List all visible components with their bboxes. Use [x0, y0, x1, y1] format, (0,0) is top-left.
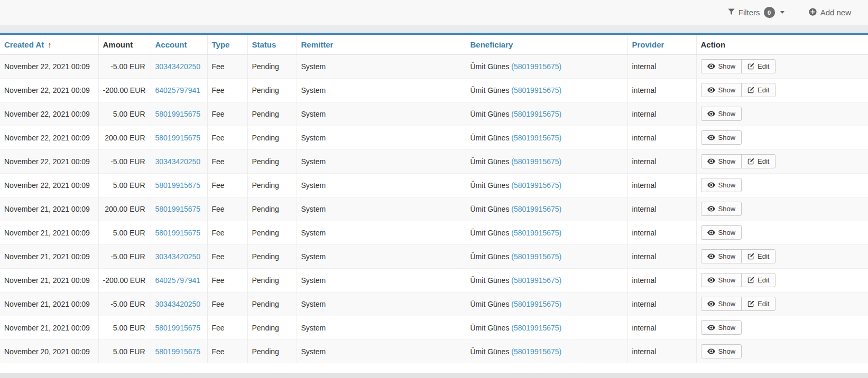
beneficiary-account-link[interactable]: (58019915675) [511, 86, 561, 94]
eye-icon [707, 182, 715, 188]
show-button[interactable]: Show [701, 130, 742, 145]
action-cell: ShowEdit [696, 149, 868, 173]
show-button[interactable]: Show [701, 297, 742, 311]
created-at-cell: November 22, 2021 00:09 [0, 149, 98, 173]
show-button[interactable]: Show [701, 178, 742, 192]
show-button[interactable]: Show [701, 202, 742, 216]
remitter-cell: System [297, 268, 466, 292]
beneficiary-account-link[interactable]: (58019915675) [511, 252, 561, 261]
type-cell: Fee [207, 339, 247, 363]
status-cell: Pending [247, 197, 297, 221]
account-link[interactable]: 58019915675 [155, 347, 201, 356]
table-row: November 21, 2021 00:09200.00 EUR5801991… [0, 197, 868, 221]
account-link[interactable]: 30343420250 [155, 157, 201, 166]
beneficiary-account-link[interactable]: (58019915675) [511, 157, 561, 166]
show-button[interactable]: Show [701, 344, 742, 358]
edit-icon [747, 87, 754, 93]
account-link[interactable]: 58019915675 [155, 229, 201, 237]
show-button[interactable]: Show [701, 59, 742, 73]
edit-button[interactable]: Edit [741, 154, 775, 168]
type-cell: Fee [207, 316, 247, 339]
beneficiary-account-link[interactable]: (58019915675) [511, 134, 561, 142]
show-button[interactable]: Show [701, 320, 742, 335]
beneficiary-account-link[interactable]: (58019915675) [511, 110, 561, 118]
column-header-label: Beneficiary [470, 40, 513, 49]
action-button-group: Show [701, 225, 742, 240]
edit-icon [747, 277, 754, 284]
status-cell: Pending [247, 244, 297, 268]
amount-cell: 5.00 EUR [98, 221, 151, 244]
account-link[interactable]: 64025797941 [155, 276, 201, 285]
action-cell: ShowEdit [696, 292, 868, 316]
horizontal-scrollbar[interactable] [0, 373, 868, 378]
show-button[interactable]: Show [701, 273, 742, 287]
edit-button[interactable]: Edit [741, 59, 775, 73]
beneficiary-name: Ümit Günes [470, 181, 512, 190]
edit-button[interactable]: Edit [741, 249, 775, 263]
show-button-label: Show [718, 158, 736, 165]
account-link[interactable]: 30343420250 [155, 300, 201, 308]
show-button[interactable]: Show [701, 154, 742, 168]
account-link[interactable]: 30343420250 [155, 62, 201, 71]
beneficiary-cell: Ümit Günes (58019915675) [466, 126, 627, 149]
provider-cell: internal [627, 173, 696, 197]
show-button[interactable]: Show [701, 107, 742, 121]
account-link[interactable]: 58019915675 [155, 110, 201, 118]
account-cell: 58019915675 [151, 102, 207, 126]
column-header-account[interactable]: Account [151, 35, 207, 54]
column-header-provider[interactable]: Provider [627, 35, 696, 54]
beneficiary-account-link[interactable]: (58019915675) [511, 300, 561, 308]
table-row: November 22, 2021 00:09-5.00 EUR30343420… [0, 54, 868, 78]
eye-icon [707, 301, 715, 307]
beneficiary-account-link[interactable]: (58019915675) [511, 324, 561, 332]
action-button-group: Show [701, 344, 742, 358]
table-row: November 21, 2021 00:09-200.00 EUR640257… [0, 268, 868, 292]
amount-cell: -200.00 EUR [98, 268, 151, 292]
provider-cell: internal [627, 268, 696, 292]
show-button[interactable]: Show [701, 249, 742, 263]
column-header-label: Provider [632, 40, 664, 49]
status-cell: Pending [247, 149, 297, 173]
action-cell: Show [696, 126, 868, 149]
eye-icon [707, 87, 715, 93]
account-link[interactable]: 58019915675 [155, 324, 201, 332]
beneficiary-name: Ümit Günes [470, 205, 512, 213]
account-link[interactable]: 30343420250 [155, 252, 201, 261]
action-button-group: Show [701, 130, 742, 145]
show-button[interactable]: Show [701, 83, 742, 97]
beneficiary-account-link[interactable]: (58019915675) [511, 205, 561, 213]
column-header-status[interactable]: Status [247, 35, 297, 54]
amount-cell: -200.00 EUR [98, 78, 151, 102]
table-row: November 22, 2021 00:09200.00 EUR5801991… [0, 126, 868, 149]
action-cell: ShowEdit [696, 268, 868, 292]
account-link[interactable]: 64025797941 [155, 86, 201, 94]
account-link[interactable]: 58019915675 [155, 181, 201, 190]
show-button[interactable]: Show [701, 225, 742, 240]
beneficiary-name: Ümit Günes [470, 134, 512, 142]
beneficiary-account-link[interactable]: (58019915675) [511, 181, 561, 190]
beneficiary-account-link[interactable]: (58019915675) [511, 276, 561, 285]
show-button-label: Show [718, 205, 736, 212]
created-at-cell: November 21, 2021 00:09 [0, 197, 98, 221]
filters-button[interactable]: Filters 0 [728, 7, 784, 18]
account-link[interactable]: 58019915675 [155, 134, 201, 142]
beneficiary-cell: Ümit Günes (58019915675) [466, 102, 627, 126]
table-header-row: Created At↑AmountAccountTypeStatusRemitt… [0, 35, 868, 54]
beneficiary-name: Ümit Günes [470, 157, 512, 166]
beneficiary-account-link[interactable]: (58019915675) [511, 62, 561, 71]
column-header-label: Type [212, 40, 230, 49]
column-header-amount: Amount [98, 35, 151, 54]
add-new-button[interactable]: Add new [809, 8, 851, 17]
beneficiary-account-link[interactable]: (58019915675) [511, 229, 561, 237]
edit-button[interactable]: Edit [741, 297, 775, 311]
column-header-type[interactable]: Type [207, 35, 247, 54]
beneficiary-account-link[interactable]: (58019915675) [511, 347, 561, 356]
column-header-beneficiary[interactable]: Beneficiary [466, 35, 627, 54]
column-header-created-at[interactable]: Created At↑ [0, 35, 98, 54]
column-header-remitter[interactable]: Remitter [297, 35, 466, 54]
beneficiary-name: Ümit Günes [470, 229, 512, 237]
edit-button-label: Edit [758, 63, 769, 70]
edit-button[interactable]: Edit [741, 273, 775, 287]
account-link[interactable]: 58019915675 [155, 205, 201, 213]
edit-button[interactable]: Edit [741, 83, 775, 97]
